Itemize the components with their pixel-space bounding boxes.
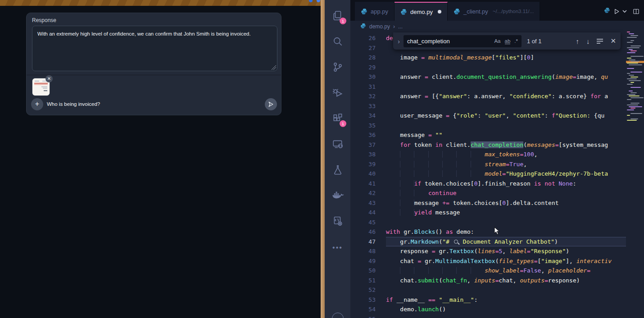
breadcrumb-file[interactable]: demo.py [369, 23, 390, 30]
run-button[interactable] [613, 8, 620, 15]
line-number[interactable]: 35 [350, 121, 376, 131]
modified-dot[interactable] [438, 10, 441, 14]
code-line-40[interactable]: 40 model="HuggingFaceH4/zephyr-7b-beta [350, 169, 626, 179]
line-number[interactable]: 32 [350, 91, 376, 101]
line-number[interactable]: 44 [350, 208, 376, 218]
code-line-37[interactable]: 37 for token in client.chat_completion(m… [350, 140, 626, 150]
line-content[interactable] [386, 314, 626, 318]
line-number[interactable]: 55 [350, 314, 376, 318]
minimap[interactable] [627, 32, 644, 149]
code-line-35[interactable]: 35 [350, 121, 626, 131]
line-content[interactable]: demo.launch() [386, 304, 626, 314]
code-line-43[interactable]: 43 message += token.choices[0].delta.con… [350, 198, 626, 208]
line-number[interactable]: 53 [350, 295, 376, 305]
code-line-34[interactable]: 34 user_message = {"role": "user", "cont… [350, 111, 626, 121]
code-line-32[interactable]: 32 answer = [{"answer": a.answer, "confi… [350, 91, 626, 101]
line-number[interactable]: 39 [350, 159, 376, 169]
line-content[interactable]: gr.Markdown("# Document Analyzer Chatbot… [386, 237, 626, 247]
line-content[interactable]: answer = client.document_question_answer… [386, 72, 626, 82]
line-number[interactable]: 48 [350, 246, 376, 256]
line-content[interactable]: with gr.Blocks() as demo: [386, 227, 626, 237]
line-content[interactable]: response = gr.Textbox(lines=5, label="Re… [386, 246, 626, 256]
line-number[interactable]: 46 [350, 227, 376, 237]
line-number[interactable]: 34 [350, 111, 376, 121]
activity-item-remote-explorer[interactable] [325, 132, 350, 158]
line-content[interactable]: image = multimodal_message["files"][0] [386, 53, 626, 63]
send-button[interactable] [265, 98, 277, 110]
tab-demo.py[interactable]: demo.py [395, 2, 448, 21]
line-content[interactable]: user_message = {"role": "user", "content… [386, 111, 626, 121]
line-content[interactable]: answer = [{"answer": a.answer, "confiden… [386, 91, 626, 101]
code-line-48[interactable]: 48 response = gr.Textbox(lines=5, label=… [350, 246, 626, 256]
split-editor-button[interactable] [633, 8, 639, 15]
line-number[interactable]: 41 [350, 179, 376, 189]
line-content[interactable]: show_label=False, placeholder= [386, 266, 626, 276]
code-line-53[interactable]: 53if __name__ == "__main__": [350, 295, 626, 305]
code-line-49[interactable]: 49 chat = gr.MultimodalTextbox(file_type… [350, 256, 626, 266]
find-input[interactable]: chat_completion Aa ab .* [404, 35, 522, 47]
code-line-41[interactable]: 41 if token.choices[0].finish_reason is … [350, 179, 626, 189]
line-number[interactable]: 47 [350, 237, 376, 247]
line-content[interactable] [386, 285, 626, 295]
line-number[interactable]: 37 [350, 140, 376, 150]
line-content[interactable]: if token.choices[0].finish_reason is not… [386, 179, 626, 189]
close-find-button[interactable]: ✕ [610, 37, 616, 45]
line-number[interactable]: 40 [350, 169, 376, 179]
breadcrumb-more[interactable]: ... [398, 23, 403, 30]
line-number[interactable]: 33 [350, 101, 376, 111]
code-editor[interactable]: 26de2728 image = multimodal_message["fil… [350, 32, 626, 318]
window-divider[interactable] [321, 0, 325, 318]
line-number[interactable]: 27 [350, 43, 376, 53]
toggle-replace-chevron[interactable]: › [398, 37, 400, 45]
line-content[interactable] [386, 101, 626, 111]
line-number[interactable]: 49 [350, 256, 376, 266]
response-textarea[interactable]: With an extremely high level of confiden… [32, 26, 277, 71]
line-number[interactable]: 36 [350, 130, 376, 140]
activity-item-testing[interactable] [325, 158, 350, 183]
code-line-33[interactable]: 33 [350, 101, 626, 111]
line-number[interactable]: 29 [350, 63, 376, 73]
line-content[interactable]: for token in client.chat_completion(mess… [386, 140, 626, 150]
resize-handle[interactable] [272, 65, 276, 70]
code-line-50[interactable]: 50 show_label=False, placeholder= [350, 266, 626, 276]
remove-attachment-button[interactable]: ✕ [45, 75, 53, 82]
line-number[interactable]: 38 [350, 150, 376, 159]
activity-item-explorer[interactable]: 1 [325, 4, 350, 29]
add-file-button[interactable]: + [31, 98, 43, 110]
next-match-button[interactable]: ↓ [586, 37, 590, 45]
code-line-47[interactable]: 47 gr.Markdown("# Document Analyzer Chat… [350, 237, 626, 247]
line-content[interactable]: continue [386, 188, 626, 198]
code-line-36[interactable]: 36 message = "" [350, 130, 626, 140]
line-content[interactable] [386, 63, 626, 73]
code-line-31[interactable]: 31 [350, 82, 626, 92]
line-content[interactable]: model="HuggingFaceH4/zephyr-7b-beta [386, 169, 626, 179]
account-icon[interactable] [332, 313, 344, 318]
line-content[interactable]: message += token.choices[0].delta.conten… [386, 198, 626, 208]
line-content[interactable]: yield message [386, 208, 626, 218]
run-dropdown-chevron[interactable] [622, 9, 627, 13]
line-number[interactable]: 51 [350, 276, 376, 286]
code-line-38[interactable]: 38 max_tokens=100, [350, 150, 626, 159]
line-number[interactable]: 42 [350, 188, 376, 198]
line-content[interactable]: max_tokens=100, [386, 150, 626, 159]
activity-item-source-control[interactable] [325, 55, 350, 81]
activity-item-extensions[interactable]: 1 [325, 106, 350, 132]
code-line-29[interactable]: 29 [350, 63, 626, 73]
code-line-51[interactable]: 51 chat.submit(chat_fn, inputs=chat, out… [350, 276, 626, 286]
line-number[interactable]: 28 [350, 53, 376, 63]
code-line-46[interactable]: 46with gr.Blocks() as demo: [350, 227, 626, 237]
code-line-30[interactable]: 30 answer = client.document_question_ans… [350, 72, 626, 82]
code-line-44[interactable]: 44 yield message [350, 208, 626, 218]
line-number[interactable]: 26 [350, 33, 376, 43]
line-content[interactable]: if __name__ == "__main__": [386, 295, 626, 305]
code-line-52[interactable]: 52 [350, 285, 626, 295]
line-number[interactable]: 45 [350, 218, 376, 227]
line-number[interactable]: 54 [350, 304, 376, 314]
line-number[interactable]: 52 [350, 285, 376, 295]
match-case-toggle[interactable]: Aa [494, 38, 500, 44]
line-content[interactable]: chat.submit(chat_fn, inputs=chat, output… [386, 276, 626, 286]
regex-toggle[interactable]: .* [514, 38, 518, 44]
line-content[interactable]: stream=True, [386, 159, 626, 169]
code-line-42[interactable]: 42 continue [350, 188, 626, 198]
code-line-28[interactable]: 28 image = multimodal_message["files"][0… [350, 53, 626, 63]
